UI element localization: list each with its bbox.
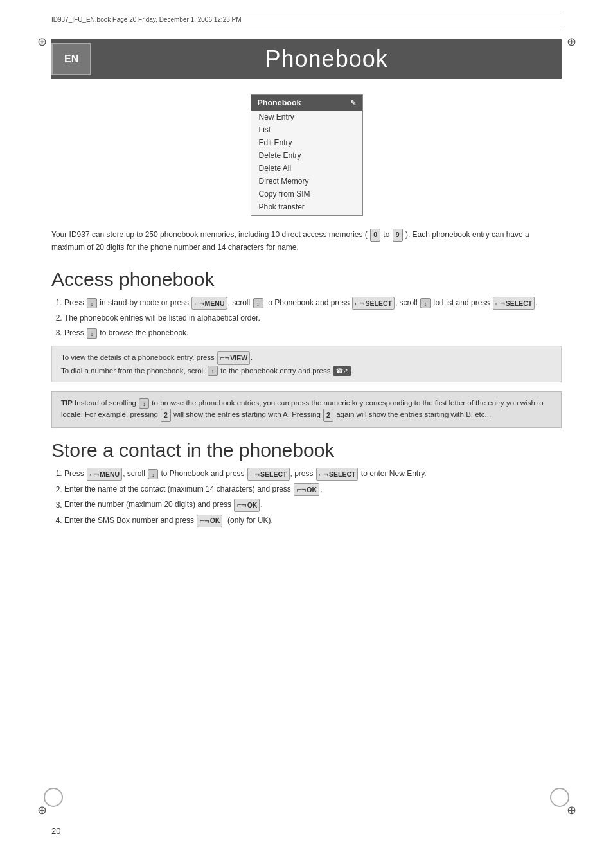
nav-scroll-icon-4: ↕ [208,366,218,376]
select-button-4: ⌐¬SELECT [316,468,359,481]
reg-mark-tr: ⊕ [565,35,578,48]
call-button: ☎↗ [333,366,351,376]
select-button-1: ⌐¬SELECT [352,297,395,310]
phonebook-menu-header: Phonebook ✎ [251,95,362,111]
lang-code-box: EN [51,43,91,75]
store-step-4: Enter the SMS Box number and press ⌐¬OK … [64,515,562,527]
file-info-text: ID937_IFU_EN.book Page 20 Friday, Decemb… [51,16,242,23]
reg-mark-tl: ⊕ [35,35,48,48]
page-number: 20 [51,826,60,836]
menu-button-1: ⌐¬MENU [191,297,227,310]
lang-code: EN [64,53,78,64]
section-store-heading: Store a contact in the phonebook [51,439,562,461]
intro-text: Your ID937 can store up to 250 phonebook… [51,229,562,253]
phonebook-menu-container: Phonebook ✎ New Entry List Edit Entry De… [51,94,562,216]
nav-scroll-icon-5: ↕ [139,398,149,409]
nav-scroll-icon-2: ↕ [420,298,431,308]
note-line-1: To view the details of a phonebook entry… [61,351,552,364]
section-access-heading: Access phonebook [51,269,562,290]
nav-scroll-icon-3: ↕ [87,328,97,339]
menu-button-2: ⌐¬MENU [87,468,122,481]
menu-item-delete-entry: Delete Entry [251,149,362,162]
note-box: To view the details of a phonebook entry… [51,346,562,382]
reg-mark-bl: ⊕ [35,804,48,817]
key-9: 9 [393,229,403,242]
select-button-2: ⌐¬SELECT [493,297,535,310]
note-line-2: To dial a number from the phonebook, scr… [61,365,552,376]
nav-up-down-icon-1: ↕ [87,298,97,308]
phonebook-menu-title: Phonebook [258,98,301,107]
ok-button-3: ⌐¬OK [197,515,222,527]
access-step-2: The phonebook entries will be listed in … [64,312,562,324]
tip-label: TIP [61,399,73,407]
store-step-3: Enter the number (maximum 20 digits) and… [64,499,562,511]
tip-box: TIP Instead of scrolling ↕ to browse the… [51,391,562,428]
menu-item-list: List [251,123,362,136]
reg-mark-br: ⊕ [565,804,578,817]
header-banner: EN Phonebook [51,39,562,79]
bottom-circle-left [44,788,63,807]
nav-scroll-icon-1: ↕ [253,298,263,308]
access-step-3: Press ↕ to browse the phonebook. [64,327,562,339]
menu-item-phbk-transfer: Phbk transfer [251,200,362,215]
ok-button-1: ⌐¬OK [294,483,319,496]
menu-item-edit-entry: Edit Entry [251,136,362,149]
key-2b: 2 [323,409,333,422]
nav-scroll-icon-6: ↕ [148,469,158,479]
bottom-circle-right [550,788,569,807]
access-steps-list: Press ↕ in stand-by mode or press ⌐¬MENU… [51,297,562,340]
phonebook-menu-box: Phonebook ✎ New Entry List Edit Entry De… [251,94,363,216]
menu-item-direct-memory: Direct Memory [251,175,362,188]
page-title: Phonebook [91,39,562,79]
edit-icon: ✎ [350,99,356,107]
menu-item-new-entry: New Entry [251,111,362,123]
ok-button-2: ⌐¬OK [234,499,260,511]
store-step-1: Press ⌐¬MENU, scroll ↕ to Phonebook and … [64,468,562,481]
store-step-2: Enter the name of the contact (maximum 1… [64,483,562,496]
key-0: 0 [370,229,380,242]
key-2: 2 [161,409,171,422]
select-button-3: ⌐¬SELECT [247,468,290,481]
view-button: ⌐¬VIEW [217,351,250,364]
access-step-1: Press ↕ in stand-by mode or press ⌐¬MENU… [64,297,562,310]
file-info-bar: ID937_IFU_EN.book Page 20 Friday, Decemb… [51,13,562,26]
menu-item-copy-from-sim: Copy from SIM [251,188,362,200]
menu-item-delete-all: Delete All [251,162,362,175]
store-steps-list: Press ⌐¬MENU, scroll ↕ to Phonebook and … [51,468,562,527]
